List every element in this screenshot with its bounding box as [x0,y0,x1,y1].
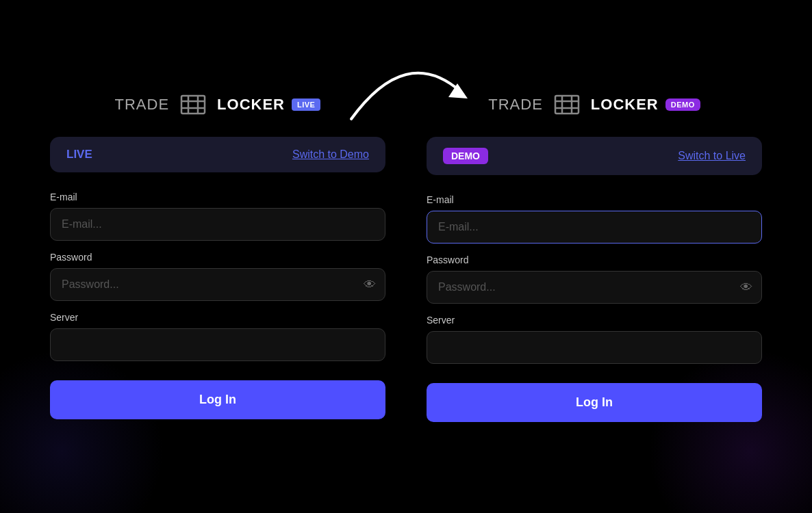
live-email-label: E-mail [50,192,385,202]
demo-logo-icon [554,92,580,118]
demo-logo-locker: LOCKER [591,96,659,114]
live-logo-icon [180,92,206,118]
demo-email-input[interactable] [427,211,762,244]
live-server-input[interactable] [50,328,385,361]
demo-email-group: E-mail [427,194,762,244]
demo-mode-label: DEMO [443,148,488,164]
demo-password-eye-icon[interactable]: 👁 [740,280,752,294]
panels-container: TRADE LOCKER LIVE LIVE Switch to Demo E-… [50,92,762,422]
demo-email-input-wrapper [427,211,762,244]
demo-password-group: Password 👁 [427,254,762,304]
live-email-input-wrapper [50,208,385,241]
live-password-input-wrapper: 👁 [50,268,385,301]
demo-password-input-wrapper: 👁 [427,271,762,304]
live-panel: TRADE LOCKER LIVE LIVE Switch to Demo E-… [50,92,385,419]
demo-server-label: Server [427,315,762,326]
svg-rect-6 [555,96,579,114]
demo-password-label: Password [427,254,762,265]
demo-server-input[interactable] [427,331,762,364]
svg-rect-1 [181,96,205,114]
live-password-eye-icon[interactable]: 👁 [364,277,376,291]
live-logo-trade: TRADE [115,96,170,114]
live-server-label: Server [50,312,385,323]
live-mode-switcher: LIVE Switch to Demo [50,137,385,172]
demo-logo-area: TRADE LOCKER DEMO [427,92,762,118]
demo-mode-switcher: DEMO Switch to Live [427,137,762,175]
demo-badge: DEMO [665,98,700,111]
demo-login-button[interactable]: Log In [427,383,762,422]
live-logo-area: TRADE LOCKER LIVE [50,92,385,118]
live-login-button[interactable]: Log In [50,380,385,419]
live-badge: LIVE [292,98,320,111]
live-logo-locker: LOCKER [217,96,285,114]
demo-server-group: Server [427,315,762,364]
live-email-input[interactable] [50,208,385,241]
live-server-group: Server [50,312,385,361]
demo-panel: TRADE LOCKER DEMO DEMO Switch to Live E-… [427,92,762,422]
live-mode-label: LIVE [66,148,92,161]
page-wrapper: TRADE LOCKER LIVE LIVE Switch to Demo E-… [0,0,812,513]
demo-server-input-wrapper [427,331,762,364]
demo-logo-trade: TRADE [488,96,543,114]
demo-email-label: E-mail [427,194,762,205]
live-password-group: Password 👁 [50,252,385,301]
live-password-input[interactable] [50,268,385,301]
live-email-group: E-mail [50,192,385,241]
demo-password-input[interactable] [427,271,762,304]
live-switch-to-demo-link[interactable]: Switch to Demo [292,148,369,161]
live-server-input-wrapper [50,328,385,361]
live-password-label: Password [50,252,385,263]
demo-switch-to-live-link[interactable]: Switch to Live [678,150,746,162]
